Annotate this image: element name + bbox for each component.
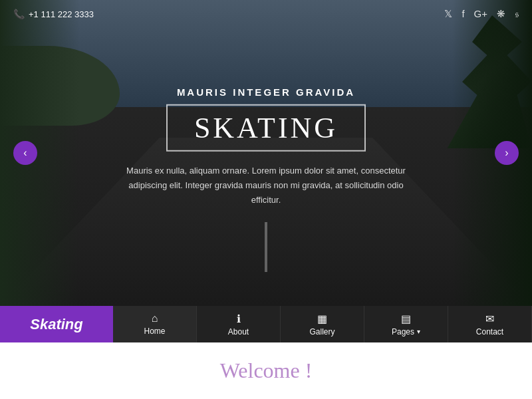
welcome-title: Welcome !	[220, 358, 313, 383]
nav-item-home[interactable]: ⌂ Home	[113, 306, 197, 342]
skype-icon[interactable]: 𝔰	[515, 8, 519, 20]
dribbble-icon[interactable]: ❋	[497, 8, 505, 20]
hero-title-box: SKATING	[166, 104, 366, 152]
hero-section: 📞 +1 111 222 3333 𝕏 f G+ ❋ 𝔰 ‹ › MAURIS …	[0, 0, 532, 306]
welcome-section: Welcome !	[0, 342, 532, 399]
phone-number: +1 111 222 3333	[29, 9, 94, 19]
pages-label: Pages	[392, 327, 414, 336]
pages-dropdown-arrow-icon: ▾	[417, 328, 420, 335]
hero-description: Mauris ex nulla, aliquam ornare. Lorem i…	[126, 164, 406, 207]
nav-item-about[interactable]: ℹ About	[197, 306, 281, 342]
twitter-icon[interactable]: 𝕏	[444, 8, 452, 20]
pages-with-arrow: Pages ▾	[392, 327, 420, 336]
contact-icon: ✉	[485, 313, 494, 325]
phone-info: 📞 +1 111 222 3333	[13, 9, 94, 19]
top-bar: 📞 +1 111 222 3333 𝕏 f G+ ❋ 𝔰	[0, 0, 532, 28]
about-label: About	[228, 327, 249, 336]
home-label: Home	[144, 327, 165, 336]
hero-subtitle: MAURIS INTEGER GRAVIDA	[0, 86, 532, 98]
facebook-icon[interactable]: f	[462, 8, 464, 20]
gallery-icon: ▦	[317, 313, 327, 325]
nav-item-gallery[interactable]: ▦ Gallery	[281, 306, 364, 342]
nav-items-group: ⌂ Home ℹ About ▦ Gallery ▤ Pages ▾ ✉ Con…	[113, 306, 532, 342]
nav-item-contact[interactable]: ✉ Contact	[448, 306, 532, 342]
googleplus-icon[interactable]: G+	[474, 8, 487, 20]
nav-item-pages[interactable]: ▤ Pages ▾	[364, 306, 448, 342]
gallery-label: Gallery	[309, 327, 334, 336]
contact-label: Contact	[476, 327, 503, 336]
hero-content: MAURIS INTEGER GRAVIDA SKATING Mauris ex…	[0, 86, 532, 207]
navbar: Skating ⌂ Home ℹ About ▦ Gallery ▤ Pages…	[0, 306, 532, 342]
phone-icon: 📞	[13, 9, 25, 19]
home-icon: ⌂	[152, 313, 158, 325]
pages-icon: ▤	[401, 313, 411, 325]
about-icon: ℹ	[237, 313, 241, 325]
social-icons-group: 𝕏 f G+ ❋ 𝔰	[444, 8, 519, 20]
nav-brand[interactable]: Skating	[0, 306, 113, 342]
hero-title: SKATING	[194, 111, 338, 145]
road-line	[265, 222, 267, 273]
